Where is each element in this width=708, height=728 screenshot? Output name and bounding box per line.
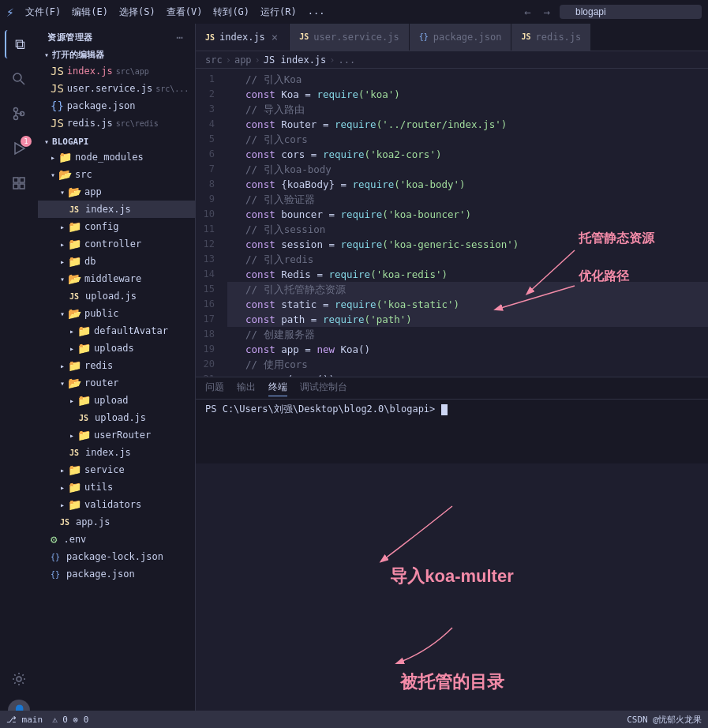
- tree-app-js[interactable]: JS app.js: [38, 513, 195, 531]
- tree-user-router[interactable]: 📁 userRouter: [38, 426, 195, 444]
- menu-edit[interactable]: 编辑(E): [67, 4, 113, 21]
- tree-app[interactable]: 📂 app: [38, 183, 195, 201]
- public-chevron: [60, 310, 65, 318]
- nav-forward[interactable]: →: [541, 6, 553, 18]
- tree-label-redis: redis: [84, 360, 113, 371]
- tree-upload-folder[interactable]: 📁 upload: [38, 392, 195, 409]
- annotation-koa-multer-container: 导入koa-multer: [334, 498, 571, 588]
- breadcrumb-sep2: ›: [255, 54, 260, 66]
- terminal-content[interactable]: PS C:\Users\刘强\Desktop\blog2.0\blogapi>: [196, 400, 708, 463]
- controller-chevron: [60, 240, 65, 249]
- tree-package-lock[interactable]: {} package-lock.json: [38, 548, 195, 565]
- code-line-5: // 引入cors: [227, 132, 708, 147]
- tree-app-index-js[interactable]: JS index.js: [38, 201, 195, 218]
- tree-package-json[interactable]: {} package.json: [38, 565, 195, 583]
- open-file-label2: user.service.js: [67, 83, 152, 94]
- tab-label-package-json: package.json: [433, 32, 502, 43]
- folder-icon: 📁: [58, 151, 72, 163]
- tree-node-modules[interactable]: 📁 node_modules: [38, 148, 195, 166]
- tab-package-json[interactable]: {} package.json: [410, 24, 512, 51]
- tree-router[interactable]: 📂 router: [38, 374, 195, 392]
- explorer-activity-icon[interactable]: ⧉: [5, 30, 33, 58]
- tree-uploads[interactable]: 📁 uploads: [38, 340, 195, 357]
- menu-view[interactable]: 查看(V): [162, 4, 208, 21]
- breadcrumb-app[interactable]: app: [234, 54, 252, 66]
- annotation-被托管目录-container: 被托管的目录: [334, 620, 571, 694]
- nav-back[interactable]: ←: [521, 6, 534, 18]
- open-file-redis[interactable]: JS redis.js src\redis: [38, 114, 195, 132]
- folder-icon10: 📁: [68, 359, 81, 372]
- tree-label-public: public: [84, 308, 118, 319]
- default-avatar-chevron: [69, 327, 74, 336]
- code-line-7: // 引入koa-body: [227, 162, 708, 177]
- open-file-user-service[interactable]: JS user.service.js src\...: [38, 80, 195, 97]
- open-file-package-json[interactable]: {} package.json: [38, 97, 195, 114]
- terminal-tab-debug[interactable]: 调试控制台: [300, 381, 347, 396]
- tree-db[interactable]: 📁 db: [38, 253, 195, 270]
- tree-upload-js[interactable]: JS upload.js: [38, 287, 195, 305]
- menu-more[interactable]: ...: [303, 4, 330, 21]
- menu-file[interactable]: 文件(F): [21, 4, 66, 21]
- sidebar-action-newfile[interactable]: ⋯: [174, 30, 185, 44]
- tree-router-index-js[interactable]: JS index.js: [38, 444, 195, 461]
- js-icon-app: JS: [60, 518, 69, 527]
- tab-redis-js[interactable]: JS redis.js: [511, 24, 591, 51]
- svg-point-0: [13, 73, 21, 81]
- terminal-tab-terminal[interactable]: 终端: [268, 381, 287, 396]
- menu-run[interactable]: 运行(R): [256, 4, 302, 21]
- breadcrumb-file[interactable]: JS index.js: [264, 54, 326, 66]
- terminal-tab-problems[interactable]: 问题: [205, 381, 224, 396]
- search-activity-icon[interactable]: [5, 65, 33, 93]
- folder-icon3: 📁: [68, 220, 81, 233]
- tree-label-validators: validators: [84, 499, 141, 510]
- config-chevron: [60, 223, 65, 231]
- tree-label-user-router: userRouter: [94, 430, 151, 441]
- tree-env[interactable]: ⚙ .env: [38, 531, 195, 548]
- tree-default-avatar[interactable]: 📁 defaultAvatar: [38, 322, 195, 340]
- tree-redis[interactable]: 📁 redis: [38, 357, 195, 374]
- code-line-16: const static = require('koa-static'): [227, 297, 708, 312]
- terminal-cursor: [441, 404, 448, 415]
- js-file-icon3: JS: [51, 117, 64, 129]
- explorer-section-header[interactable]: BLOGAPI: [38, 135, 195, 148]
- open-file-label: index.js: [67, 66, 113, 77]
- tree-middleware[interactable]: 📂 middleware: [38, 270, 195, 287]
- breadcrumb-more[interactable]: ...: [339, 54, 356, 66]
- tree-service[interactable]: 📁 service: [38, 461, 195, 478]
- tab-label-redis-js: redis.js: [536, 32, 582, 43]
- tab-close-index-js[interactable]: ×: [270, 31, 279, 43]
- node-modules-chevron: [51, 153, 55, 162]
- status-errors[interactable]: ⚠ 0 ⊗ 0: [52, 715, 88, 725]
- tree-controller[interactable]: 📁 controller: [38, 235, 195, 253]
- js-file-icon: JS: [51, 65, 64, 77]
- tree-src[interactable]: 📂 src: [38, 166, 195, 183]
- menu-goto[interactable]: 转到(G): [208, 4, 254, 21]
- code-view[interactable]: // 引入Koa const Koa = require('koa') // 导…: [227, 69, 708, 377]
- debug-activity-icon[interactable]: 1: [5, 134, 33, 163]
- tree-config[interactable]: 📁 config: [38, 218, 195, 235]
- status-branch[interactable]: ⎇ main: [6, 715, 43, 725]
- code-line-19: const app = new Koa(): [227, 342, 708, 357]
- svg-rect-9: [13, 184, 18, 189]
- search-input[interactable]: [560, 5, 702, 19]
- tree-validators[interactable]: 📁 validators: [38, 496, 195, 513]
- code-line-15: // 引入托管静态资源: [227, 282, 708, 297]
- folder-icon12: 📁: [77, 394, 91, 407]
- git-activity-icon[interactable]: [5, 99, 33, 128]
- breadcrumb-src[interactable]: src: [205, 54, 223, 66]
- annotation-text-directory: 被托管的目录: [400, 670, 504, 694]
- tree-label-upload: upload.js: [85, 291, 137, 302]
- terminal-tab-output[interactable]: 输出: [237, 381, 256, 396]
- tree-public[interactable]: 📂 public: [38, 305, 195, 322]
- tab-user-service[interactable]: JS user.service.js: [290, 24, 409, 51]
- tree-label-package-lock: package-lock.json: [66, 551, 163, 562]
- extensions-activity-icon[interactable]: [5, 169, 33, 197]
- settings-activity-icon[interactable]: [5, 665, 33, 693]
- tab-index-js[interactable]: JS index.js ×: [196, 24, 290, 51]
- menu-select[interactable]: 选择(S): [114, 4, 160, 21]
- tree-utils[interactable]: 📁 utils: [38, 478, 195, 496]
- tree-router-upload-js[interactable]: JS upload.js: [38, 409, 195, 426]
- open-editors-section-header[interactable]: 打开的编辑器: [38, 47, 195, 62]
- open-file-index-js[interactable]: JS index.js src\app: [38, 62, 195, 80]
- folder-icon8: 📁: [77, 325, 91, 337]
